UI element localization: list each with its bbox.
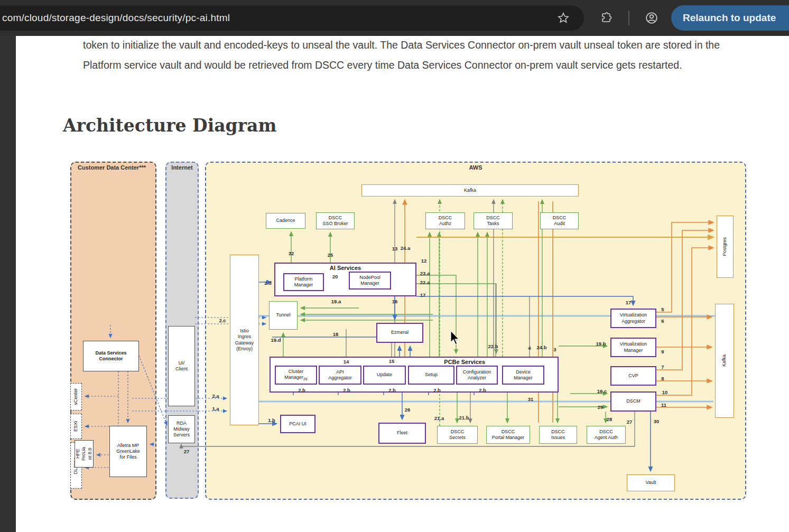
edge-label-22.a: 22.a — [420, 279, 430, 285]
node-alletra-mp: Alletra MP GreenLake for Files — [109, 426, 147, 477]
node-label-rda-midway: RDA Midway Servers — [173, 421, 190, 438]
edge-label-18: 18 — [333, 331, 339, 337]
node-label-esxi: ESXi — [73, 421, 79, 432]
edge-label-21.a: 21.a — [434, 415, 444, 421]
url-text[interactable]: com/cloud/storage-design/docs/security/p… — [2, 12, 584, 24]
edge-label-1.a: 1.a — [212, 406, 219, 412]
node-label-cluster-manager: Cluster Manager26 — [284, 369, 307, 382]
edge-label-1.b: 1.b — [268, 417, 275, 423]
edge-label-7: 7 — [661, 364, 664, 370]
edge-label-8: 8 — [661, 376, 664, 381]
edge-label-26: 26 — [405, 407, 411, 413]
node-ui-client: UI/ Client — [168, 326, 195, 406]
node-label-cadence: Cadence — [276, 218, 295, 223]
node-kafka-right: Kafka — [715, 304, 734, 418]
edge-label-32: 32 — [289, 250, 294, 256]
relaunch-to-update-button[interactable]: Relaunch to update — [671, 5, 789, 31]
edge-label-2.b: 2.b — [433, 387, 441, 393]
node-label-dscc-issues: DSCC Issues — [551, 429, 565, 441]
edge-label-16: 16 — [392, 298, 398, 304]
node-label-vault: Vault — [646, 480, 656, 486]
node-vault: Vault — [627, 474, 675, 491]
node-istio-gateway: Istio Ingres Gateway (Envoy) — [230, 255, 259, 425]
edge-label-13: 13 — [392, 246, 398, 251]
node-pcai-ui: PCAI UI — [280, 415, 315, 433]
edge-label-10: 10 — [662, 389, 668, 395]
node-dscc-secrets: DSCC Secrets — [437, 426, 478, 444]
node-fleet: Fleet — [378, 423, 426, 444]
node-label-api-aggregator: API Aggregator — [328, 369, 352, 381]
node-sublabel: 26 — [303, 377, 308, 381]
node-label-setup: Setup — [425, 372, 438, 378]
edge-label-27: 27 — [184, 449, 190, 454]
extensions-puzzle-icon[interactable] — [595, 6, 618, 30]
node-update: Update — [363, 366, 406, 385]
bookmark-star-icon[interactable] — [552, 6, 575, 30]
node-virtualization-aggregator: Virtualization Aggregator — [610, 309, 656, 328]
node-tunnel: Tunnel — [269, 301, 298, 330]
node-label-update: Update — [377, 372, 392, 378]
edge-label-21.b: 21.b — [459, 415, 469, 421]
node-label-platform-manager: Platform Manager — [294, 276, 313, 288]
node-cvp: CVP — [610, 366, 656, 386]
node-label-dscc-secrets: DSCC Secrets — [449, 429, 466, 441]
node-dscc-sso-broker: DSCC SSO Broker — [316, 212, 355, 229]
architecture-diagram: Service MeshCCS Platform VPCAWSInternetC… — [63, 155, 746, 505]
node-label-tunnel: Tunnel — [276, 312, 290, 318]
node-dscc-portal-manager: DSCC Portal Manager — [486, 426, 530, 444]
edge-label-22.b: 22.b — [488, 343, 498, 349]
edge-label-2.c: 2.c — [219, 318, 226, 323]
edge-label-2.b: 2.b — [479, 387, 486, 393]
node-vcenter: vCenter — [70, 383, 82, 410]
edge-label-12: 12 — [421, 258, 427, 264]
edge-label-2.b: 2.b — [343, 387, 350, 393]
edge-label-11: 11 — [661, 402, 666, 408]
node-api-aggregator: API Aggregator — [319, 366, 361, 385]
edge-label-20: 20 — [332, 274, 338, 279]
node-label-fleet: Fleet — [397, 430, 407, 436]
node-dscc-authz: DSCC Authz — [425, 212, 465, 229]
node-nodepool-manager: NodePool Manager — [349, 272, 391, 290]
address-bar[interactable]: com/cloud/storage-design/docs/security/p… — [0, 5, 584, 31]
node-label-alletra-mp: Alletra MP GreenLake for Files — [116, 443, 140, 461]
body-paragraph: token to initialize the vault and encode… — [83, 35, 758, 75]
profile-icon[interactable] — [640, 6, 663, 30]
node-cadence: Cadence — [266, 213, 305, 229]
node-device-manager: Device Manager — [502, 366, 544, 385]
mouse-cursor — [450, 330, 462, 346]
node-kafka-top: Kafka — [361, 184, 579, 197]
edge-label-9: 9 — [661, 349, 664, 354]
node-dscc-agent-auth: DSCC Agent Auth — [587, 426, 626, 444]
node-label-dscc-sso-broker: DSCC SSO Broker — [322, 215, 348, 227]
node-dscc-tasks: DSCC Tasks — [474, 212, 513, 229]
node-label-istio-gateway: Istio Ingres Gateway (Envoy) — [235, 328, 254, 352]
node-label-cvp: CVP — [628, 373, 638, 379]
edge-label-19.b: 19.b — [596, 341, 606, 347]
edge-label-17: 17 — [626, 300, 632, 305]
edge-label-24.a: 24.a — [401, 245, 411, 251]
edge-label-28: 28 — [607, 416, 612, 422]
node-dscm: DSCM — [610, 391, 656, 412]
window-left-edge — [0, 36, 16, 532]
node-dscc-issues: DSCC Issues — [539, 426, 577, 444]
node-label-nodepool-manager: NodePool Manager — [359, 275, 380, 287]
node-dscc-audit: DSCC Audit — [540, 212, 579, 229]
edge-label-4: 4 — [528, 345, 531, 351]
edge-label-2.a: 2.a — [212, 393, 219, 399]
node-label-configuration-analyzer: Configuration Analyzer — [463, 369, 491, 381]
node-label-dscc-audit: DSCC Audit — [553, 215, 567, 227]
edge-label-27: 27 — [627, 419, 633, 425]
edge-label-19.d: 19.d — [271, 337, 281, 343]
node-postgres: Postgres — [717, 216, 734, 278]
node-data-services-connector: Data Services Connector — [83, 341, 139, 371]
node-label-data-services-connector: Data Services Connector — [95, 350, 126, 362]
node-hpe-proliant: HPE ProLia nt 8.0 — [75, 440, 94, 468]
node-virtualization-manager: Virtualization Manager — [610, 338, 656, 357]
node-rda-midway: RDA Midway Servers — [168, 415, 195, 443]
node-cluster-manager: Cluster Manager26 — [275, 366, 317, 385]
node-label-ai-services: AI Services — [275, 265, 415, 272]
node-label-hpe-proliant: HPE ProLia nt 8.0 — [75, 447, 93, 461]
node-label-virtualization-manager: Virtualization Manager — [620, 341, 647, 353]
edge-label-5: 5 — [661, 306, 664, 312]
node-label-vcenter: vCenter — [73, 388, 79, 405]
